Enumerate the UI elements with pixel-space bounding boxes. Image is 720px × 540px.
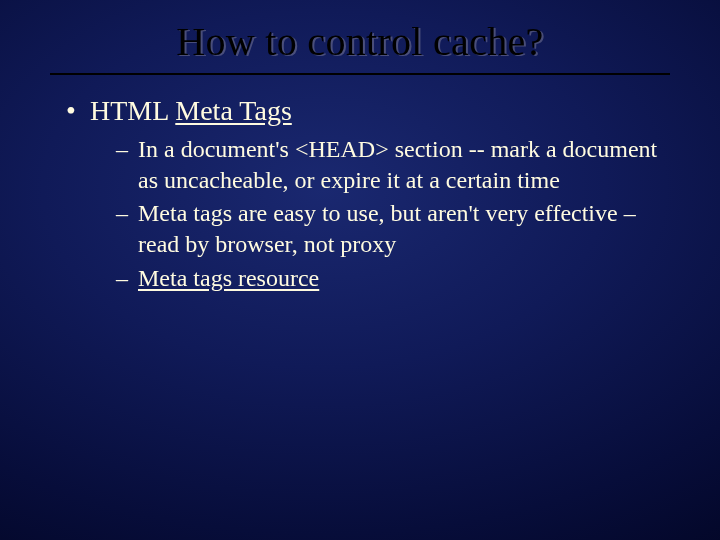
list-item: Meta tags resource <box>116 263 662 294</box>
l2-text: Meta tags are easy to use, but aren't ve… <box>138 200 636 257</box>
level1-list: HTML Meta Tags In a document's <HEAD> se… <box>50 93 670 294</box>
meta-tags-resource-link[interactable]: Meta tags resource <box>138 265 319 291</box>
title-divider <box>50 73 670 75</box>
meta-tags-link[interactable]: Meta Tags <box>175 95 292 126</box>
l2-text: In a document's <HEAD> section -- mark a… <box>138 136 657 193</box>
list-item: In a document's <HEAD> section -- mark a… <box>116 134 662 195</box>
l1-text: HTML <box>90 95 175 126</box>
level2-list: In a document's <HEAD> section -- mark a… <box>90 128 662 294</box>
list-item: Meta tags are easy to use, but aren't ve… <box>116 198 662 259</box>
list-item: HTML Meta Tags In a document's <HEAD> se… <box>66 93 662 294</box>
slide: How to control cache? HTML Meta Tags In … <box>0 0 720 540</box>
slide-title: How to control cache? <box>50 18 670 71</box>
